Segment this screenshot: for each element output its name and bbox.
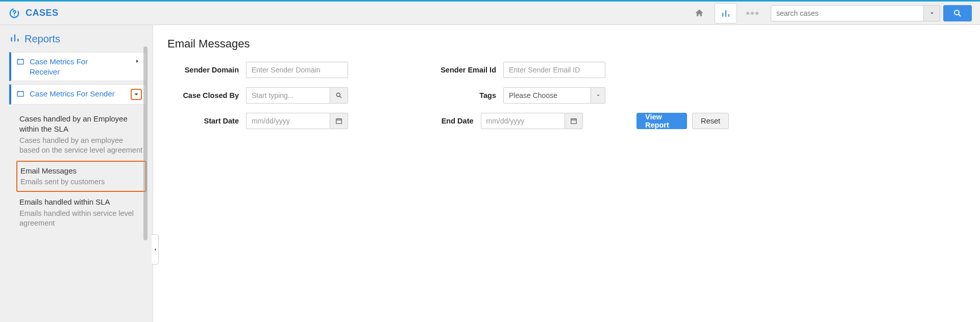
app-title: CASES <box>26 8 59 18</box>
subitem-desc: Emails handled within service level agre… <box>19 209 143 229</box>
label-sender-domain: Sender Domain <box>167 66 239 74</box>
start-date-input[interactable] <box>246 113 330 129</box>
filter-form: Sender Domain Sender Email Id Case Close… <box>167 62 729 129</box>
field-start-date: Start Date <box>167 113 390 129</box>
start-date-calendar-button[interactable] <box>330 113 348 129</box>
more-dots-icon <box>746 12 758 15</box>
header-bar: CASES <box>0 2 980 25</box>
home-button[interactable] <box>688 3 710 23</box>
main-content: Email Messages Sender Domain Sender Emai… <box>153 25 980 322</box>
search-button[interactable] <box>943 5 972 21</box>
bar-chart-icon <box>9 32 20 46</box>
header-left: CASES <box>8 7 59 19</box>
subitem-title: Email Messages <box>20 166 142 176</box>
sidebar-heading-label: Reports <box>24 33 60 45</box>
svg-line-6 <box>959 14 961 16</box>
svg-rect-22 <box>571 119 576 123</box>
report-card-icon <box>16 58 24 67</box>
action-buttons: View Report Reset <box>636 113 729 129</box>
label-case-closed-by: Case Closed By <box>167 91 239 100</box>
tree-item-case-metrics-receiver[interactable]: Case Metrics For Receiver <box>9 52 146 81</box>
subitem-desc: Emails sent by customers <box>20 177 142 187</box>
field-sender-domain: Sender Domain <box>167 62 412 78</box>
reset-button[interactable]: Reset <box>692 113 729 129</box>
label-sender-email: Sender Email Id <box>425 66 496 74</box>
form-row-3: Start Date End Date <box>167 113 729 129</box>
label-tags: Tags <box>425 91 496 100</box>
svg-rect-18 <box>336 119 342 123</box>
tree-item-label: Case Metrics For Receiver <box>30 57 116 77</box>
more-menu-button[interactable] <box>741 3 764 23</box>
case-closed-by-input[interactable] <box>246 87 330 104</box>
case-closed-by-lookup-button[interactable] <box>330 87 348 104</box>
svg-rect-13 <box>17 91 23 96</box>
tags-select-value: Please Choose <box>509 91 557 100</box>
tree-subitem-emails-sla[interactable]: Emails handled within SLA Emails handled… <box>16 192 146 233</box>
form-row-2: Case Closed By Tags Please Choose <box>167 87 729 104</box>
chevron-down-icon[interactable] <box>131 89 142 100</box>
subitem-title: Emails handled within SLA <box>19 197 143 207</box>
sidebar-heading: Reports <box>9 32 146 46</box>
form-row-1: Sender Domain Sender Email Id <box>167 62 729 78</box>
tree-item-label: Case Metrics For Sender <box>30 89 115 99</box>
search-input[interactable] <box>771 5 924 21</box>
chevron-right-icon <box>133 57 142 66</box>
tree-sub-list: Cases handled by an Employee within the … <box>9 108 146 234</box>
brand-question-icon <box>8 7 20 19</box>
calendar-icon <box>335 117 342 125</box>
label-end-date: End Date <box>402 117 474 125</box>
label-start-date: Start Date <box>167 117 239 125</box>
sidebar-scrollbar[interactable] <box>143 46 148 240</box>
body-layout: Reports Case Metrics For Receiver Case M… <box>0 25 980 322</box>
svg-line-17 <box>340 96 341 98</box>
sidebar-collapse-handle[interactable] <box>152 234 159 265</box>
tags-select[interactable]: Please Choose <box>503 87 605 104</box>
search-icon <box>335 92 342 99</box>
sender-email-input[interactable] <box>503 62 605 78</box>
reports-tab-button[interactable] <box>715 3 737 23</box>
sidebar: Reports Case Metrics For Receiver Case M… <box>0 25 153 322</box>
sender-domain-input[interactable] <box>246 62 348 78</box>
field-sender-email: Sender Email Id <box>425 62 670 78</box>
svg-point-5 <box>954 10 959 15</box>
tree-item-case-metrics-sender[interactable]: Case Metrics For Sender <box>9 84 146 105</box>
tree-subitem-email-messages[interactable]: Email Messages Emails sent by customers <box>16 161 146 192</box>
search-wrap <box>771 5 972 21</box>
calendar-icon <box>570 117 577 125</box>
svg-point-16 <box>336 93 340 96</box>
subitem-title: Cases handled by an Employee within the … <box>19 114 143 135</box>
end-date-calendar-button[interactable] <box>565 113 583 129</box>
view-report-button[interactable]: View Report <box>636 113 687 129</box>
subitem-desc: Cases handled by an employee based on th… <box>19 136 143 156</box>
field-case-closed-by: Case Closed By <box>167 87 412 104</box>
header-right <box>688 3 972 23</box>
field-end-date: End Date <box>402 113 625 129</box>
page-title: Email Messages <box>167 37 966 51</box>
search-dropdown-button[interactable] <box>924 5 940 21</box>
caret-down-icon <box>591 88 605 103</box>
report-card-icon <box>16 90 24 100</box>
field-tags: Tags Please Choose <box>425 87 670 104</box>
tree-subitem-cases-sla[interactable]: Cases handled by an Employee within the … <box>16 109 146 161</box>
svg-point-1 <box>14 15 15 16</box>
end-date-input[interactable] <box>481 113 565 129</box>
svg-rect-10 <box>17 59 23 64</box>
